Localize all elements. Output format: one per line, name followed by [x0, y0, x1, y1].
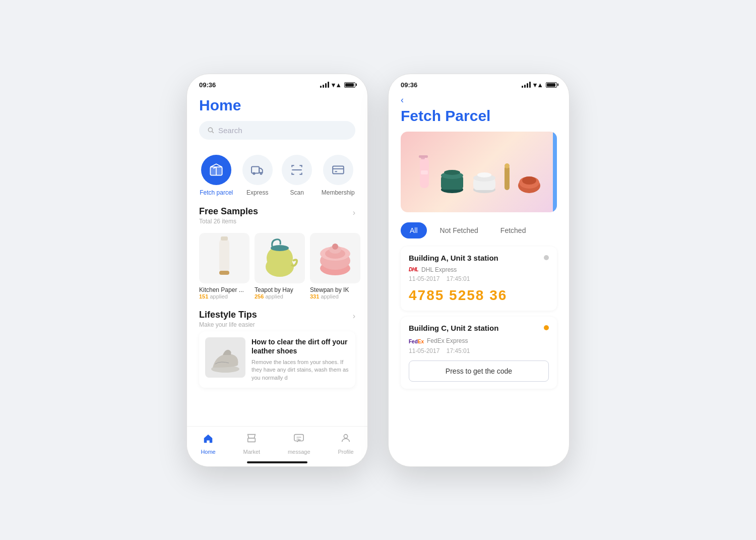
quick-actions: Fetch parcel Express — [187, 150, 367, 206]
lifestyle-title: Lifestyle Tips — [199, 310, 257, 320]
home-indicator — [247, 461, 307, 463]
svg-rect-25 — [248, 438, 256, 442]
qa-icon-express — [242, 155, 273, 185]
product-applied-2: 256 applied — [255, 293, 305, 299]
nav-message[interactable]: message — [288, 433, 310, 455]
status-dot-1 — [544, 255, 549, 260]
nav-home-label: Home — [201, 449, 215, 455]
products-row: Kitchen Paper ... 151 applied — [187, 228, 367, 310]
free-samples-chevron[interactable]: › — [353, 208, 355, 217]
svg-rect-14 — [221, 236, 228, 241]
bottom-nav: Home Market — [187, 426, 367, 466]
home-header: Home Search — [187, 92, 367, 140]
chat-icon — [293, 433, 304, 444]
time-2: 09:36 — [401, 81, 417, 89]
nav-market-label: Market — [243, 449, 261, 455]
qa-scan[interactable]: Scan — [282, 155, 312, 196]
qa-membership[interactable]: Membership — [322, 155, 355, 196]
fedex-logo: FedEx — [409, 336, 424, 345]
search-icon — [207, 127, 214, 134]
home-nav-icon — [203, 433, 214, 447]
market-nav-icon — [246, 433, 257, 447]
svg-point-29 — [344, 435, 347, 438]
search-bar[interactable]: Search — [199, 121, 355, 140]
tab-all[interactable]: All — [401, 222, 427, 238]
battery-icon-2 — [546, 82, 557, 88]
product-card-2[interactable]: Teapot by Hay 256 applied — [255, 233, 305, 299]
qa-label-fetch: Fetch parcel — [200, 189, 233, 196]
parcel-card-1: Building A, Unit 3 station DHL DHL Expre… — [401, 247, 557, 311]
svg-point-17 — [271, 245, 289, 251]
nav-profile[interactable]: Profile — [338, 433, 353, 455]
search-placeholder: Search — [218, 126, 242, 135]
parcel-date-2: 11-05-2017 17:45:01 — [409, 347, 549, 354]
scan-icon — [290, 163, 303, 176]
status-dot-2 — [544, 325, 549, 330]
svg-point-41 — [477, 172, 491, 177]
qa-express[interactable]: Express — [242, 155, 273, 196]
qa-label-express: Express — [246, 189, 268, 196]
teal-jar-svg — [438, 165, 466, 193]
tab-not-fetched[interactable]: Not Fetched — [431, 222, 487, 238]
home-scroll-content: Home Search — [187, 92, 367, 466]
carrier-name-1: DHL Express — [421, 266, 457, 273]
card-icon — [332, 163, 345, 176]
svg-rect-13 — [219, 271, 229, 275]
signal-icon-2 — [522, 82, 531, 88]
lifestyle-subtitle: Make your life easier — [199, 321, 257, 328]
phone-fetch-parcel: 09:36 ▾▲ ‹ Fetch Parcel — [388, 74, 570, 467]
box-icon — [209, 163, 223, 177]
press-get-code-button[interactable]: Press to get the code — [409, 361, 549, 382]
svg-point-23 — [332, 244, 338, 250]
product-card-3[interactable]: Stewpan by IK 331 applied — [310, 233, 360, 299]
filter-tabs: All Not Fetched Fetched — [389, 222, 569, 247]
svg-point-43 — [505, 163, 510, 168]
svg-point-46 — [522, 176, 536, 185]
signal-icon — [320, 82, 329, 88]
svg-rect-33 — [421, 170, 428, 174]
dhl-logo: DHL — [409, 267, 418, 272]
qa-label-membership: Membership — [322, 189, 355, 196]
status-bar-2: 09:36 ▾▲ — [389, 74, 569, 92]
app-container: 09:36 ▾▲ Home — [166, 53, 590, 487]
product-name-3: Stewpan by IK — [310, 286, 360, 293]
svg-rect-12 — [219, 238, 229, 273]
product-name-1: Kitchen Paper ... — [199, 286, 249, 293]
product-applied-3: 331 applied — [310, 293, 360, 299]
qa-fetch-parcel[interactable]: Fetch parcel — [200, 155, 233, 196]
truck-icon — [251, 163, 264, 176]
lifestyle-headline: How to clear the dirt off your leather s… — [251, 337, 349, 355]
parcel-card-2: Building C, Unit 2 station FedEx FedEx E… — [401, 317, 557, 389]
parcel-hero-image — [401, 132, 557, 212]
tab-fetched[interactable]: Fetched — [491, 222, 535, 238]
market-icon — [246, 433, 257, 444]
parcel-card-2-header: Building C, Unit 2 station — [409, 324, 549, 332]
product-img-2 — [255, 233, 305, 283]
svg-rect-42 — [505, 166, 510, 190]
lifestyle-card[interactable]: How to clear the dirt off your leather s… — [199, 331, 355, 388]
lifestyle-chevron[interactable]: › — [353, 312, 355, 321]
product-name-2: Teapot by Hay — [255, 286, 305, 293]
product-card-1[interactable]: Kitchen Paper ... 151 applied — [199, 233, 249, 299]
parcel-station-2: Building C, Unit 2 station — [409, 324, 498, 332]
parcel-code-1: 4785 5258 36 — [409, 287, 549, 304]
profile-nav-icon — [340, 433, 351, 447]
back-button[interactable]: ‹ — [389, 92, 569, 105]
white-jar-svg — [471, 172, 497, 193]
carrier-name-2: FedEx Express — [427, 337, 468, 344]
wifi-icon: ▾▲ — [332, 81, 342, 89]
hero-strip — [553, 132, 557, 212]
carrier-row-1: DHL DHL Express — [409, 266, 549, 273]
gold-stick-svg — [502, 163, 512, 193]
home-icon — [203, 433, 214, 444]
status-bar-1: 09:36 ▾▲ — [187, 74, 367, 92]
free-samples-title-group: Free Samples Total 26 items — [199, 206, 258, 225]
nav-market[interactable]: Market — [243, 433, 261, 455]
free-samples-header: Free Samples Total 26 items › — [187, 206, 367, 228]
lifestyle-img — [205, 337, 245, 378]
product-img-1 — [199, 233, 249, 283]
parcel-station-1: Building A, Unit 3 station — [409, 254, 498, 262]
svg-point-7 — [260, 172, 262, 174]
nav-home[interactable]: Home — [201, 433, 215, 455]
status-icons-2: ▾▲ — [522, 81, 557, 89]
